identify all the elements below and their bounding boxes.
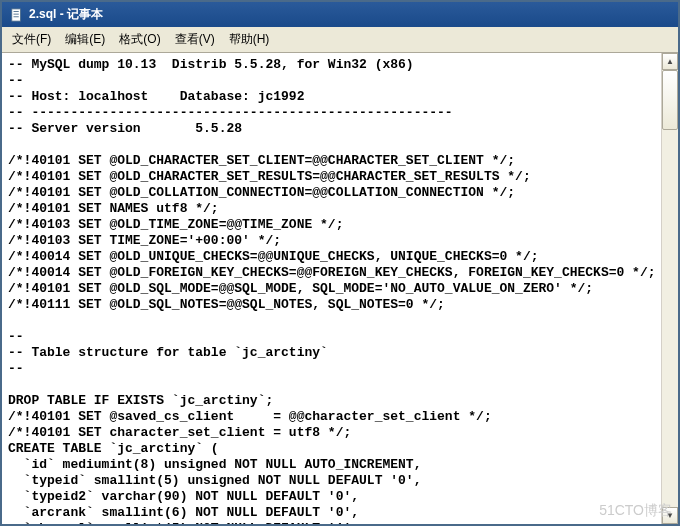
menu-help[interactable]: 帮助(H) — [223, 29, 276, 50]
window-title: 2.sql - 记事本 — [29, 6, 103, 23]
titlebar[interactable]: 2.sql - 记事本 — [2, 2, 678, 27]
menubar: 文件(F) 编辑(E) 格式(O) 查看(V) 帮助(H) — [2, 27, 678, 53]
scrollbar-vertical[interactable]: ▲ ▼ — [661, 53, 678, 524]
menu-view[interactable]: 查看(V) — [169, 29, 221, 50]
notepad-window: 2.sql - 记事本 文件(F) 编辑(E) 格式(O) 查看(V) 帮助(H… — [0, 0, 680, 526]
scroll-up-button[interactable]: ▲ — [662, 53, 678, 70]
scroll-thumb[interactable] — [662, 70, 678, 130]
watermark: 51CTO博客 — [599, 502, 672, 520]
scroll-track[interactable] — [662, 70, 678, 507]
editor-wrap: -- MySQL dump 10.13 Distrib 5.5.28, for … — [2, 53, 678, 524]
menu-edit[interactable]: 编辑(E) — [59, 29, 111, 50]
menu-file[interactable]: 文件(F) — [6, 29, 57, 50]
svg-rect-0 — [12, 8, 21, 20]
menu-format[interactable]: 格式(O) — [113, 29, 166, 50]
text-editor[interactable]: -- MySQL dump 10.13 Distrib 5.5.28, for … — [2, 53, 661, 524]
app-icon — [10, 8, 24, 22]
